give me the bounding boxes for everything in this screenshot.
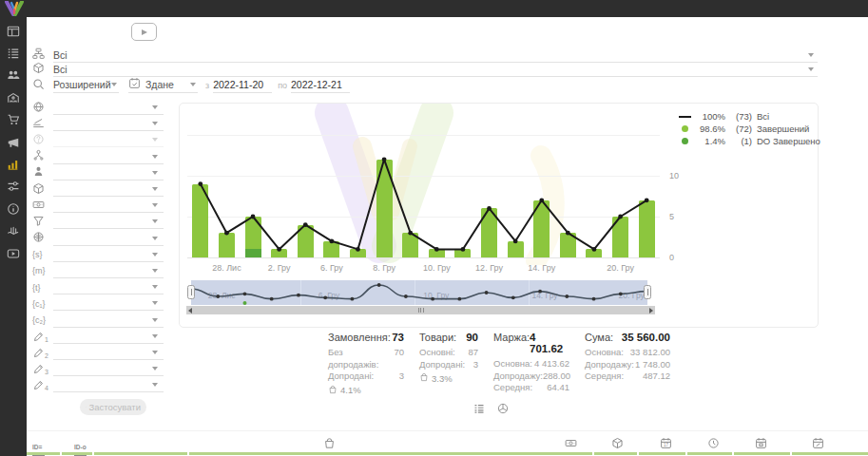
chevron-down-icon [152, 383, 158, 387]
package-column-icon[interactable] [611, 436, 624, 453]
token-icon: {c₂} [32, 315, 46, 325]
legend-item-2[interactable]: 1.4% (1) DO Завершено [676, 135, 820, 147]
product-view-icon[interactable] [497, 401, 509, 418]
token-icon: {s} [32, 250, 43, 259]
filter-select[interactable] [53, 101, 164, 115]
navigator-handle-right[interactable] [644, 285, 651, 299]
scrollbar-grip[interactable] [418, 308, 424, 313]
sidebar-item-cart[interactable] [0, 109, 27, 131]
pencil-icon: 2 [32, 347, 48, 359]
legend-item-1[interactable]: 98.6% (72) Завершений [676, 123, 820, 135]
filter-select[interactable] [53, 362, 164, 376]
column-gap [92, 452, 94, 455]
sidebar-item-video[interactable] [0, 242, 27, 264]
legend-percent: 100% [693, 111, 725, 122]
chevron-down-icon [152, 187, 158, 191]
chevron-down-icon [152, 334, 158, 338]
navigator-line [191, 280, 647, 305]
calendar-in-column-icon[interactable] [755, 436, 767, 453]
legend-item-0[interactable]: 100% (73) Всі [676, 110, 820, 123]
stat-title: Сума: [585, 332, 613, 343]
filter-select[interactable] [53, 248, 164, 262]
filter-select[interactable] [53, 378, 164, 392]
chevron-down-icon [152, 122, 158, 125]
chart-navigator[interactable]: 28. Лис6. Гру10. Гру14. Гру20. Гру [191, 280, 647, 305]
legend-swatch [676, 116, 693, 118]
filter-row-6 [32, 198, 164, 214]
chart-scrollbar[interactable] [186, 306, 655, 314]
bag-column-icon[interactable] [323, 436, 336, 453]
date-field-select[interactable]: Здане [128, 77, 198, 93]
group-select-value: Всі [53, 49, 68, 61]
chart-card: 051028. Лис2. Гру6. Гру8. Гру10. Гру12. … [179, 103, 819, 328]
chevron-down-icon [152, 171, 158, 175]
group-select[interactable]: Всі [53, 48, 818, 63]
stat-sub-value: 487.12 [643, 370, 670, 383]
filter-select[interactable] [53, 346, 164, 360]
help-icon [32, 132, 45, 149]
stat-sub-label: Без допродажів: [328, 347, 394, 370]
scroll-right-arrow[interactable] [649, 308, 653, 314]
legend-swatch [676, 138, 693, 144]
banknote-column-icon[interactable] [565, 436, 577, 453]
stat-sub-label: Допродані: [328, 370, 374, 383]
x-axis-label: 14. Гру [528, 263, 555, 273]
filter-row-9: {s} [32, 247, 164, 263]
calendar-edit-column-icon[interactable] [812, 436, 824, 453]
stat-sub-label: Допродажу: [493, 370, 543, 383]
bag-icon [419, 372, 429, 384]
stat-sub-label: Середня: [585, 370, 624, 383]
product-select[interactable]: Всі [53, 62, 818, 77]
apply-button[interactable]: Застосувати [80, 399, 146, 415]
column-gap [60, 452, 62, 455]
scroll-left-arrow[interactable] [188, 308, 192, 314]
stat-title: Замовлення: [328, 332, 391, 343]
filter-select[interactable] [53, 150, 164, 164]
video-tutorial-button[interactable] [131, 23, 157, 41]
filter-select[interactable] [53, 330, 164, 344]
x-axis-label: 6. Гру [320, 263, 343, 273]
x-axis-label: 10. Гру [423, 263, 451, 273]
sidebar-item-info[interactable] [0, 198, 27, 219]
clock-column-icon[interactable] [707, 436, 720, 453]
filter-select[interactable] [53, 166, 164, 180]
chevron-down-icon [152, 301, 158, 305]
search-mode-select[interactable]: Розширений [53, 77, 119, 93]
filter-select[interactable] [53, 182, 164, 197]
sidebar-item-company[interactable] [0, 86, 27, 108]
sidebar-item-dashboard[interactable] [0, 20, 27, 42]
search-mode-value: Розширений [53, 79, 111, 90]
filter-select[interactable] [53, 215, 164, 229]
stat-sub-value: 288.00 [543, 370, 570, 383]
filter-select[interactable] [53, 133, 164, 147]
filter-select[interactable] [53, 117, 164, 131]
filter-select[interactable] [53, 280, 164, 294]
stat-sub-value: 4 413.62 [534, 358, 569, 370]
chevron-down-icon [152, 237, 158, 240]
search-icon [32, 77, 45, 94]
sidebar-item-marketing[interactable] [0, 131, 27, 153]
list-view-icon[interactable] [473, 401, 485, 418]
filter-select[interactable] [53, 314, 164, 328]
filter-row-2 [32, 132, 164, 148]
legend-swatch [676, 125, 693, 132]
filter-select[interactable] [53, 199, 164, 213]
sidebar-item-settings[interactable] [0, 176, 27, 198]
chevron-down-icon [808, 53, 814, 57]
sidebar-item-hand[interactable] [0, 220, 27, 242]
filter-select[interactable] [53, 232, 164, 246]
filter-select[interactable] [53, 264, 164, 278]
stat-value: 73 [392, 332, 404, 343]
sidebar-item-clients[interactable] [0, 65, 27, 86]
sidebar-item-analytics[interactable] [0, 153, 27, 175]
navigator-handle-left[interactable] [187, 285, 195, 299]
x-axis-label: 8. Гру [373, 263, 395, 273]
filter-row-12: {c₁} [32, 295, 164, 312]
calendar-date-column-icon[interactable]: 17 [660, 436, 672, 453]
date-from-input[interactable]: 2022-11-20 [213, 77, 272, 93]
sidebar-item-orders[interactable] [0, 42, 27, 64]
filter-select[interactable] [53, 296, 164, 311]
chart-icon [86, 403, 87, 411]
y-axis-tick: 10 [669, 171, 679, 180]
date-to-input[interactable]: 2022-12-21 [291, 77, 350, 93]
